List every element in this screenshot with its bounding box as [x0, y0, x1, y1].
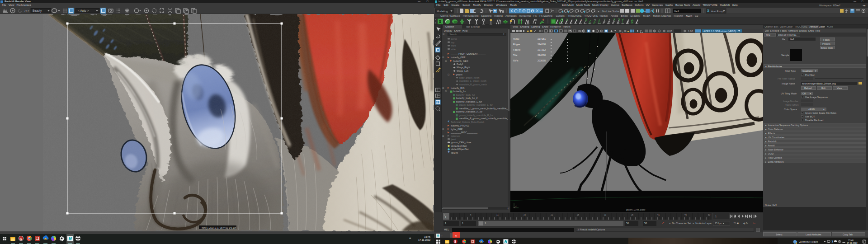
svg-text:⊟: ⊟ [445, 60, 447, 62]
svg-text:ACES 1.0 SDR-video (sRGB): ACES 1.0 SDR-video (sRGB) [703, 30, 736, 33]
svg-text:mandible_R_groom_mesh: mandible_R_groom_mesh [459, 83, 487, 86]
svg-text:o: o [435, 21, 436, 24]
svg-text:1: 1 [715, 215, 717, 218]
svg-text:1: 1 [445, 216, 446, 219]
svg-text:butterfly_RIG: butterfly_RIG [451, 87, 465, 89]
svg-text:197212: 197212 [538, 48, 546, 51]
svg-text:groom_CAM_close: groom_CAM_close [626, 208, 646, 211]
svg-text:mandible_L_groom_mesh_butterfl: mandible_L_groom_mesh_butterfly_mandible… [459, 107, 510, 110]
svg-text:groom_CAM_close: groom_CAM_close [451, 141, 471, 144]
svg-text:Edges:: Edges: [513, 43, 521, 46]
svg-text:16: 16 [524, 214, 526, 216]
svg-text:Wings_Right: Wings_Right [457, 66, 470, 69]
svg-text:< Auto >: < Auto > [78, 9, 89, 12]
svg-text:butterfly_fur: butterfly_fur [453, 90, 466, 93]
svg-text:41: 41 [657, 214, 660, 216]
svg-text:Body1: Body1 [457, 63, 463, 66]
svg-text:RT: RT [24, 9, 30, 13]
svg-text:file3: file3 [674, 10, 679, 13]
svg-text:defaultLightSet: defaultLightSet [451, 145, 467, 147]
svg-text:0:00: 0:00 [667, 30, 672, 33]
svg-text:Aust Exmpl: Aust Exmpl [711, 10, 724, 13]
svg-text:Zeitweise Regen: Zeitweise Regen [799, 240, 818, 243]
svg-text:31: 31 [604, 214, 607, 216]
svg-text:persp: persp [451, 38, 457, 40]
svg-text:________MISC________: ________MISC________ [450, 131, 477, 134]
svg-text:front: front [451, 44, 456, 47]
svg-text:groom_butterfly_mandible_R_fur: groom_butterfly_mandible_R_fur [459, 114, 493, 117]
svg-text:36: 36 [631, 214, 634, 216]
svg-text:⊟: ⊟ [448, 73, 449, 76]
svg-text:No Live Surface: No Live Surface [602, 10, 622, 13]
svg-text:X: X [439, 19, 442, 24]
svg-text:⊟: ⊟ [445, 90, 447, 93]
svg-text:mandible_R_groom_mesh_butterfl: mandible_R_groom_mesh_butterfly_mandible… [459, 117, 510, 120]
svg-text:butterfly_PREVIZ: butterfly_PREVIZ [451, 124, 469, 127]
svg-text:394260: 394260 [538, 54, 546, 56]
svg-text:⊞: ⊞ [442, 87, 444, 89]
svg-text:butterfly_mandible_R_fur: butterfly_mandible_R_fur [456, 110, 482, 113]
svg-text:side: side [451, 48, 456, 51]
svg-text:Frame 1 2022-11-17 15:44:00: Frame 1 2022-11-17 15:44:00 143.19s [201, 227, 236, 229]
svg-text:11: 11 [496, 214, 499, 216]
svg-text:jessi: jessi [451, 138, 456, 141]
svg-text:UVs:: UVs: [513, 59, 519, 62]
svg-text:butterfly_GRP: butterfly_GRP [451, 56, 466, 59]
svg-text:lights_GRP: lights_GRP [451, 128, 463, 131]
svg-text:______PROP_CONTENT______: ______PROP_CONTENT______ [450, 52, 486, 55]
svg-text:21: 21 [551, 214, 553, 216]
svg-text:butterfly_body_fur_2: butterfly_body_fur_2 [456, 97, 477, 99]
svg-text:mandible_L_groom_mesh: mandible_L_groom_mesh [459, 80, 486, 82]
svg-text:S: S [454, 240, 457, 243]
svg-text:optionen: optionen [451, 135, 460, 137]
svg-text:15:46: 15:46 [848, 239, 854, 242]
svg-text:⊞: ⊞ [442, 135, 444, 137]
svg-text:1.00: 1.00 [688, 30, 693, 33]
svg-text:197161: 197161 [538, 38, 546, 40]
svg-text:Technical_Options_Butterflystu: Technical_Options_Butterflystub [451, 121, 484, 123]
svg-text:butterfly_GEO: butterfly_GEO [453, 60, 468, 62]
svg-text:Faces:: Faces: [513, 48, 521, 51]
svg-text:17.11.2022: 17.11.2022 [847, 242, 858, 244]
svg-text:Modeling: Modeling [437, 10, 448, 13]
svg-text:203095: 203095 [538, 59, 546, 62]
svg-text:groom: groom [456, 73, 462, 76]
svg-text:46: 46 [684, 214, 687, 216]
svg-text:defaultObjectSet: defaultObjectSet [451, 148, 469, 150]
svg-text:Verts:: Verts: [513, 38, 520, 40]
svg-text:S: S [19, 237, 22, 241]
svg-text:⊞: ⊞ [442, 56, 444, 59]
svg-text:groom_butterfly_mandible_L_fur: groom_butterfly_mandible_L_fur [459, 103, 493, 106]
svg-text:Tris:: Tris: [513, 54, 518, 56]
svg-text:lgt1Rtt: lgt1Rtt [451, 151, 458, 154]
svg-text:394368: 394368 [538, 43, 546, 46]
svg-text:butterfly_mandible_L_fur: butterfly_mandible_L_fur [456, 100, 482, 103]
svg-text:Wings_Left: Wings_Left [457, 70, 469, 72]
svg-text:=: = [435, 18, 436, 21]
svg-text:body_groom_mesh: body_groom_mesh [459, 76, 480, 79]
svg-text:butterfly_body_fur: butterfly_body_fur [456, 94, 475, 96]
svg-text:50: 50 [708, 214, 711, 216]
svg-text:Beauty: Beauty [33, 9, 42, 13]
svg-text:top: top [451, 41, 454, 44]
svg-text:26: 26 [577, 214, 580, 216]
svg-text:⊞: ⊞ [442, 128, 444, 131]
